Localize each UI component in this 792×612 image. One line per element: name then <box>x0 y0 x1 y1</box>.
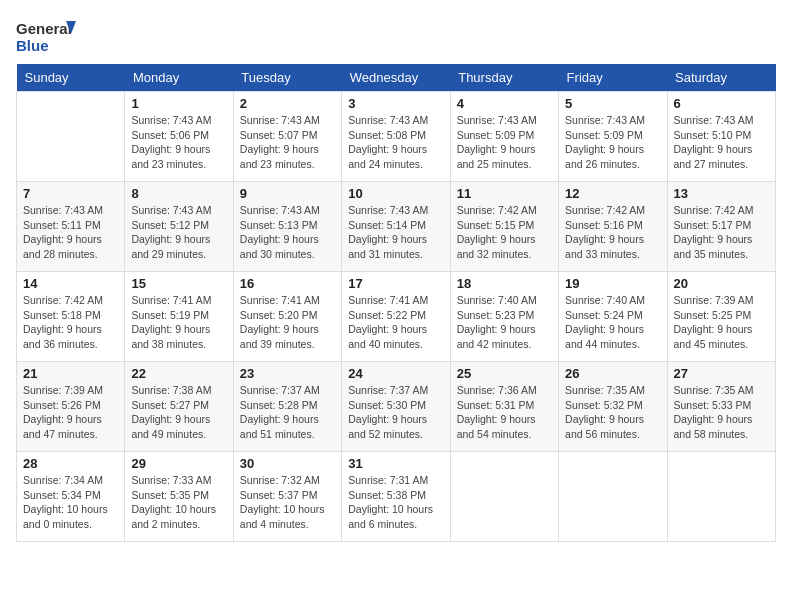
calendar-cell: 18Sunrise: 7:40 AM Sunset: 5:23 PM Dayli… <box>450 272 558 362</box>
day-info: Sunrise: 7:35 AM Sunset: 5:32 PM Dayligh… <box>565 383 660 442</box>
day-number: 13 <box>674 186 769 201</box>
day-info: Sunrise: 7:43 AM Sunset: 5:12 PM Dayligh… <box>131 203 226 262</box>
weekday-header-saturday: Saturday <box>667 64 775 92</box>
day-number: 22 <box>131 366 226 381</box>
calendar-cell: 23Sunrise: 7:37 AM Sunset: 5:28 PM Dayli… <box>233 362 341 452</box>
day-number: 16 <box>240 276 335 291</box>
calendar-cell <box>450 452 558 542</box>
day-number: 31 <box>348 456 443 471</box>
day-number: 25 <box>457 366 552 381</box>
calendar-cell: 19Sunrise: 7:40 AM Sunset: 5:24 PM Dayli… <box>559 272 667 362</box>
calendar-cell: 8Sunrise: 7:43 AM Sunset: 5:12 PM Daylig… <box>125 182 233 272</box>
calendar-cell: 1Sunrise: 7:43 AM Sunset: 5:06 PM Daylig… <box>125 92 233 182</box>
calendar-cell: 29Sunrise: 7:33 AM Sunset: 5:35 PM Dayli… <box>125 452 233 542</box>
calendar-week-row: 7Sunrise: 7:43 AM Sunset: 5:11 PM Daylig… <box>17 182 776 272</box>
svg-text:Blue: Blue <box>16 37 49 54</box>
calendar-cell: 28Sunrise: 7:34 AM Sunset: 5:34 PM Dayli… <box>17 452 125 542</box>
page-header: GeneralBlue <box>16 16 776 56</box>
day-info: Sunrise: 7:43 AM Sunset: 5:06 PM Dayligh… <box>131 113 226 172</box>
day-info: Sunrise: 7:33 AM Sunset: 5:35 PM Dayligh… <box>131 473 226 532</box>
day-info: Sunrise: 7:43 AM Sunset: 5:11 PM Dayligh… <box>23 203 118 262</box>
day-info: Sunrise: 7:38 AM Sunset: 5:27 PM Dayligh… <box>131 383 226 442</box>
day-info: Sunrise: 7:43 AM Sunset: 5:09 PM Dayligh… <box>565 113 660 172</box>
day-info: Sunrise: 7:42 AM Sunset: 5:16 PM Dayligh… <box>565 203 660 262</box>
svg-text:General: General <box>16 20 72 37</box>
weekday-header-friday: Friday <box>559 64 667 92</box>
day-number: 20 <box>674 276 769 291</box>
day-number: 3 <box>348 96 443 111</box>
day-info: Sunrise: 7:43 AM Sunset: 5:07 PM Dayligh… <box>240 113 335 172</box>
day-info: Sunrise: 7:32 AM Sunset: 5:37 PM Dayligh… <box>240 473 335 532</box>
day-info: Sunrise: 7:43 AM Sunset: 5:10 PM Dayligh… <box>674 113 769 172</box>
day-info: Sunrise: 7:35 AM Sunset: 5:33 PM Dayligh… <box>674 383 769 442</box>
calendar-cell: 2Sunrise: 7:43 AM Sunset: 5:07 PM Daylig… <box>233 92 341 182</box>
logo: GeneralBlue <box>16 16 76 56</box>
day-info: Sunrise: 7:42 AM Sunset: 5:15 PM Dayligh… <box>457 203 552 262</box>
day-info: Sunrise: 7:41 AM Sunset: 5:22 PM Dayligh… <box>348 293 443 352</box>
day-info: Sunrise: 7:43 AM Sunset: 5:14 PM Dayligh… <box>348 203 443 262</box>
calendar-week-row: 14Sunrise: 7:42 AM Sunset: 5:18 PM Dayli… <box>17 272 776 362</box>
calendar-cell: 12Sunrise: 7:42 AM Sunset: 5:16 PM Dayli… <box>559 182 667 272</box>
calendar-cell: 21Sunrise: 7:39 AM Sunset: 5:26 PM Dayli… <box>17 362 125 452</box>
day-number: 11 <box>457 186 552 201</box>
day-info: Sunrise: 7:43 AM Sunset: 5:09 PM Dayligh… <box>457 113 552 172</box>
calendar-week-row: 1Sunrise: 7:43 AM Sunset: 5:06 PM Daylig… <box>17 92 776 182</box>
calendar-cell: 4Sunrise: 7:43 AM Sunset: 5:09 PM Daylig… <box>450 92 558 182</box>
weekday-header-tuesday: Tuesday <box>233 64 341 92</box>
day-number: 15 <box>131 276 226 291</box>
calendar-cell: 5Sunrise: 7:43 AM Sunset: 5:09 PM Daylig… <box>559 92 667 182</box>
calendar-cell: 16Sunrise: 7:41 AM Sunset: 5:20 PM Dayli… <box>233 272 341 362</box>
day-info: Sunrise: 7:40 AM Sunset: 5:23 PM Dayligh… <box>457 293 552 352</box>
day-number: 19 <box>565 276 660 291</box>
calendar-cell: 14Sunrise: 7:42 AM Sunset: 5:18 PM Dayli… <box>17 272 125 362</box>
calendar-cell: 20Sunrise: 7:39 AM Sunset: 5:25 PM Dayli… <box>667 272 775 362</box>
day-number: 21 <box>23 366 118 381</box>
calendar-cell <box>17 92 125 182</box>
calendar-cell: 15Sunrise: 7:41 AM Sunset: 5:19 PM Dayli… <box>125 272 233 362</box>
day-number: 24 <box>348 366 443 381</box>
day-number: 7 <box>23 186 118 201</box>
calendar-cell: 22Sunrise: 7:38 AM Sunset: 5:27 PM Dayli… <box>125 362 233 452</box>
day-info: Sunrise: 7:39 AM Sunset: 5:25 PM Dayligh… <box>674 293 769 352</box>
calendar-cell: 6Sunrise: 7:43 AM Sunset: 5:10 PM Daylig… <box>667 92 775 182</box>
calendar-cell: 3Sunrise: 7:43 AM Sunset: 5:08 PM Daylig… <box>342 92 450 182</box>
day-number: 29 <box>131 456 226 471</box>
day-number: 5 <box>565 96 660 111</box>
weekday-header-wednesday: Wednesday <box>342 64 450 92</box>
calendar-cell: 30Sunrise: 7:32 AM Sunset: 5:37 PM Dayli… <box>233 452 341 542</box>
day-info: Sunrise: 7:39 AM Sunset: 5:26 PM Dayligh… <box>23 383 118 442</box>
day-number: 14 <box>23 276 118 291</box>
day-number: 2 <box>240 96 335 111</box>
day-info: Sunrise: 7:41 AM Sunset: 5:20 PM Dayligh… <box>240 293 335 352</box>
day-info: Sunrise: 7:42 AM Sunset: 5:17 PM Dayligh… <box>674 203 769 262</box>
day-info: Sunrise: 7:43 AM Sunset: 5:13 PM Dayligh… <box>240 203 335 262</box>
day-number: 26 <box>565 366 660 381</box>
day-info: Sunrise: 7:31 AM Sunset: 5:38 PM Dayligh… <box>348 473 443 532</box>
calendar-cell: 13Sunrise: 7:42 AM Sunset: 5:17 PM Dayli… <box>667 182 775 272</box>
weekday-header-thursday: Thursday <box>450 64 558 92</box>
day-number: 8 <box>131 186 226 201</box>
calendar-cell: 24Sunrise: 7:37 AM Sunset: 5:30 PM Dayli… <box>342 362 450 452</box>
day-info: Sunrise: 7:37 AM Sunset: 5:30 PM Dayligh… <box>348 383 443 442</box>
day-number: 4 <box>457 96 552 111</box>
day-number: 30 <box>240 456 335 471</box>
weekday-header-sunday: Sunday <box>17 64 125 92</box>
day-info: Sunrise: 7:40 AM Sunset: 5:24 PM Dayligh… <box>565 293 660 352</box>
calendar-cell: 9Sunrise: 7:43 AM Sunset: 5:13 PM Daylig… <box>233 182 341 272</box>
day-number: 9 <box>240 186 335 201</box>
calendar-cell: 7Sunrise: 7:43 AM Sunset: 5:11 PM Daylig… <box>17 182 125 272</box>
calendar-cell: 26Sunrise: 7:35 AM Sunset: 5:32 PM Dayli… <box>559 362 667 452</box>
day-number: 18 <box>457 276 552 291</box>
calendar-cell: 27Sunrise: 7:35 AM Sunset: 5:33 PM Dayli… <box>667 362 775 452</box>
day-info: Sunrise: 7:37 AM Sunset: 5:28 PM Dayligh… <box>240 383 335 442</box>
day-number: 10 <box>348 186 443 201</box>
day-number: 12 <box>565 186 660 201</box>
calendar-cell: 11Sunrise: 7:42 AM Sunset: 5:15 PM Dayli… <box>450 182 558 272</box>
day-number: 1 <box>131 96 226 111</box>
weekday-header-row: SundayMondayTuesdayWednesdayThursdayFrid… <box>17 64 776 92</box>
calendar-cell <box>667 452 775 542</box>
day-info: Sunrise: 7:43 AM Sunset: 5:08 PM Dayligh… <box>348 113 443 172</box>
day-number: 17 <box>348 276 443 291</box>
day-number: 28 <box>23 456 118 471</box>
calendar-cell: 17Sunrise: 7:41 AM Sunset: 5:22 PM Dayli… <box>342 272 450 362</box>
